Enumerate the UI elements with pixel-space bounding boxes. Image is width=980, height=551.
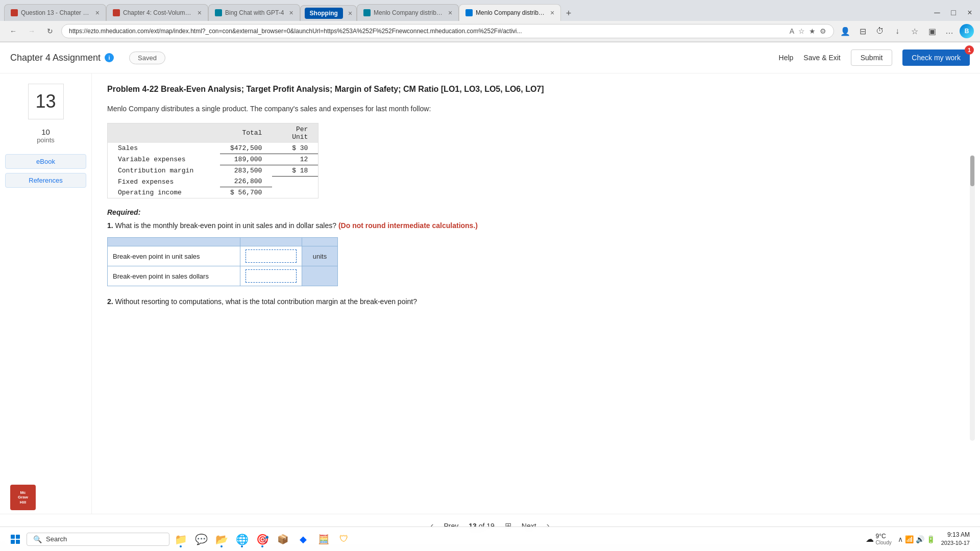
- col-header-total: Total: [220, 123, 272, 143]
- start-button[interactable]: [6, 530, 24, 538]
- tab-shopping-label: Shopping: [305, 8, 343, 19]
- extensions-icon[interactable]: ⚙: [820, 27, 826, 35]
- sidebar: 13 10 points eBook References: [0, 73, 92, 514]
- tab-menlo1[interactable]: Menlo Company distributes a... ×: [357, 4, 459, 21]
- taskbar-files[interactable]: 📁: [172, 530, 190, 538]
- taskbar-teams-icon: 💬: [195, 533, 208, 538]
- close-window-button[interactable]: ×: [964, 7, 976, 19]
- tray-battery[interactable]: 🔋: [926, 535, 935, 538]
- submit-button[interactable]: Submit: [851, 49, 893, 66]
- tab-close-4[interactable]: ×: [348, 9, 352, 17]
- collections-toolbar-icon[interactable]: ▣: [925, 24, 939, 38]
- tab-chapter4[interactable]: Chapter 4: Cost-Volume-Profi... ×: [106, 4, 208, 21]
- label-sales: Sales: [108, 143, 220, 154]
- back-button[interactable]: ←: [6, 24, 20, 38]
- tab-bing[interactable]: Bing Chat with GPT-4 ×: [208, 4, 300, 21]
- tab-close-6[interactable]: ×: [550, 9, 554, 17]
- read-mode-icon[interactable]: Α: [790, 27, 794, 35]
- new-tab-button[interactable]: +: [561, 6, 576, 21]
- history-icon[interactable]: ⏱: [873, 24, 887, 38]
- taskbar-calculator[interactable]: 🧮: [314, 530, 333, 538]
- tab-shopping[interactable]: Shopping ×: [300, 5, 357, 21]
- tab-favicon-2: [113, 9, 120, 16]
- answer-col-header-2: [240, 238, 302, 246]
- taskbar-search-text: Search: [46, 535, 67, 537]
- question-number-box: 13: [28, 84, 64, 119]
- taskbar-teams2[interactable]: 🎯: [253, 530, 272, 538]
- check-my-work-button[interactable]: Check my work: [902, 49, 970, 66]
- answer-label-units: Break-even point in unit sales: [108, 246, 240, 266]
- maximize-button[interactable]: □: [947, 7, 960, 19]
- ebook-link[interactable]: eBook: [5, 154, 86, 169]
- tray-icons: ∧ 📶 🔊 🔋: [898, 535, 935, 538]
- taskbar-search-box[interactable]: 🔍 Search: [27, 533, 169, 538]
- taskbar-dropbox[interactable]: ◆: [294, 530, 312, 538]
- label-variable: Variable expenses: [108, 154, 220, 165]
- answer-label-dollars: Break-even point in sales dollars: [108, 266, 240, 286]
- break-even-dollars-input[interactable]: [246, 269, 297, 283]
- answer-input-cell-units[interactable]: [240, 246, 302, 266]
- total-variable: 189,000: [220, 154, 272, 165]
- references-link[interactable]: References: [5, 173, 86, 188]
- app-header: Chapter 4 Assignment i Saved Help Save &…: [0, 42, 980, 73]
- refresh-button[interactable]: ↻: [43, 24, 57, 38]
- main-content: Problem 4-22 Break-Even Analysis; Target…: [92, 73, 980, 514]
- tab-close-1[interactable]: ×: [95, 9, 100, 17]
- taskbar-security[interactable]: 🛡: [335, 530, 353, 538]
- tab-label-6: Menlo Company distributes a...: [476, 9, 545, 16]
- taskbar-teams[interactable]: 💬: [192, 530, 210, 538]
- address-bar-icons: Α ☆ ★ ⚙: [790, 27, 826, 35]
- tab-close-3[interactable]: ×: [289, 9, 293, 17]
- taskbar-edge[interactable]: 🌐: [233, 530, 251, 538]
- per-unit-variable: 12: [272, 154, 318, 165]
- save-exit-link[interactable]: Save & Exit: [803, 54, 840, 62]
- taskbar-edge-icon: 🌐: [236, 533, 249, 538]
- tab-close-2[interactable]: ×: [198, 9, 202, 17]
- taskbar-dropbox-icon: ◆: [300, 534, 307, 538]
- answer-input-cell-dollars[interactable]: [240, 266, 302, 286]
- clock-display[interactable]: 9:13 AM 2023-10-17: [937, 529, 974, 537]
- downloads-icon[interactable]: ↓: [890, 24, 904, 38]
- dollars-unit-label: [302, 266, 338, 286]
- bing-copilot-icon[interactable]: B: [960, 24, 974, 38]
- help-link[interactable]: Help: [779, 54, 794, 62]
- browser-settings-icon[interactable]: …: [942, 24, 957, 38]
- tab-menlo2[interactable]: Menlo Company distributes a... ×: [459, 4, 561, 21]
- table-row-contribution: Contribution margin 283,500 $ 18: [108, 165, 318, 176]
- forward-button[interactable]: →: [24, 24, 39, 38]
- answer-row-units: Break-even point in unit sales units: [108, 246, 338, 266]
- favorites-icon[interactable]: ☆: [908, 24, 922, 38]
- points-label: points: [5, 136, 86, 144]
- tray-up-arrow[interactable]: ∧: [898, 535, 903, 538]
- taskbar-amazon[interactable]: 📦: [274, 530, 292, 538]
- tray-speaker[interactable]: 🔊: [916, 535, 924, 538]
- minimize-button[interactable]: ─: [931, 7, 943, 19]
- profile-icon[interactable]: 👤: [838, 24, 852, 38]
- bookmark-icon[interactable]: ☆: [798, 27, 805, 35]
- tab-label-3: Bing Chat with GPT-4: [225, 9, 284, 16]
- tab-close-5[interactable]: ×: [448, 9, 452, 17]
- taskbar-explorer[interactable]: 📂: [212, 530, 231, 538]
- points-value: 10: [5, 128, 86, 136]
- weather-info: 9°C Cloudy: [876, 533, 892, 537]
- table-row-fixed: Fixed expenses 226,800: [108, 176, 318, 187]
- financial-table: Total Per Unit Sales $472,500 $ 30 Varia…: [108, 123, 318, 198]
- per-unit-sales: $ 30: [272, 143, 318, 154]
- sidebar-toggle[interactable]: ⊟: [855, 24, 870, 38]
- answer-col-header-3: [302, 238, 338, 246]
- address-bar[interactable]: https://ezto.mheducation.com/ext/map/ind…: [61, 24, 834, 38]
- tray-network[interactable]: 📶: [905, 535, 914, 538]
- points-container: 10 points: [5, 128, 86, 144]
- info-icon[interactable]: i: [105, 53, 114, 62]
- tab-question13[interactable]: Question 13 - Chapter 4 Assi... ×: [4, 4, 106, 21]
- taskbar-weather[interactable]: ☁ 9°C Cloudy: [862, 531, 896, 537]
- url-text: https://ezto.mheducation.com/ext/map/ind…: [69, 28, 786, 35]
- weather-temp: 9°C: [876, 533, 892, 537]
- problem-intro: Menlo Company distributes a single produ…: [107, 103, 965, 114]
- taskbar-explorer-icon: 📂: [215, 533, 228, 538]
- tab-bar: Question 13 - Chapter 4 Assi... × Chapte…: [0, 0, 980, 21]
- scrollbar[interactable]: [970, 155, 975, 441]
- total-operating: $ 56,700: [220, 187, 272, 198]
- break-even-units-input[interactable]: [246, 249, 297, 263]
- collections-icon[interactable]: ★: [809, 27, 816, 35]
